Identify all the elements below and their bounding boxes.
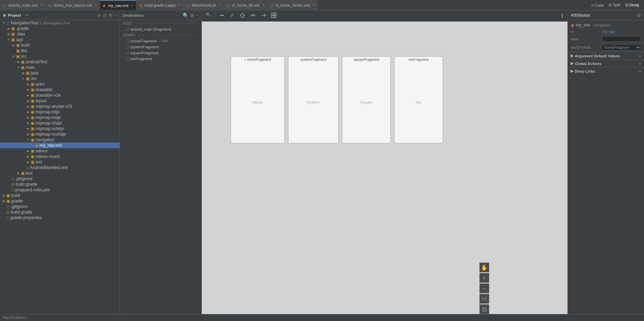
attr-startdest-select[interactable]: homeFragmen systemFragment squareFragmen… xyxy=(602,44,641,50)
canvas-toolbar-right: ℹ xyxy=(560,12,565,20)
zoom-in-btn[interactable]: + xyxy=(479,273,489,283)
dest-item-square-fragment[interactable]: ▢ squareFragment xyxy=(120,50,201,56)
close-tab-icon[interactable]: × xyxy=(40,3,42,7)
tree-item-java[interactable]: ▶ ▣ java xyxy=(0,70,120,76)
tree-item-mipmap-xxxhdpi[interactable]: ▶ ▣ mipmap-xxxhdpi xyxy=(0,131,120,137)
fragment-system-content: System xyxy=(288,63,338,142)
tree-item-build-app[interactable]: ▶ ▣ build xyxy=(0,42,120,48)
dest-item-activity-main[interactable]: ▢ activity_main (fragment) xyxy=(120,26,201,32)
tree-item-gradle-properties[interactable]: ◻ gradle.properties xyxy=(0,215,120,220)
gradle-icon: ◎ xyxy=(11,182,15,187)
home-btn[interactable] xyxy=(238,12,247,20)
minimize-icon[interactable]: − xyxy=(196,13,199,18)
tree-item-build-gradle-root[interactable]: ◎ build.gradle xyxy=(0,182,120,187)
nav-canvas[interactable]: ⌂ homeFragment Home systemFragment xyxy=(202,22,567,321)
tab-activity-main[interactable]: ◻ activity_main.xml × xyxy=(0,0,46,10)
tree-item-test[interactable]: ▶ ▣ test xyxy=(0,170,120,176)
tree-item-gradle[interactable]: ▶ ▣ .gradle xyxy=(0,26,120,31)
link-btn[interactable] xyxy=(249,12,257,20)
tab-my-nav[interactable]: ◈ my_nav.xml × xyxy=(100,0,136,10)
tree-item-android-manifest[interactable]: ◻ AndroidManifest.xml xyxy=(0,165,120,170)
close-tab-icon[interactable]: × xyxy=(219,3,221,7)
tree-item-layout[interactable]: ▶ ▣ layout xyxy=(0,98,120,104)
close-tab-icon[interactable]: × xyxy=(312,3,315,7)
fragment-square[interactable]: squareFragment Square xyxy=(342,56,391,143)
attrs-settings-icon[interactable]: ⚙ xyxy=(637,13,641,18)
dest-item-me-fragment[interactable]: ▢ meFragment xyxy=(120,56,201,62)
tree-item-my-nav-xml[interactable]: ◈ my_nav.xml xyxy=(0,143,120,148)
tree-item-androidtest[interactable]: ▶ ▣ androidTest xyxy=(0,59,120,65)
project-dropdown-icon[interactable]: ▼ xyxy=(25,13,29,17)
tree-item-xml[interactable]: ▶ ▣ xml xyxy=(0,159,120,165)
tree-label: mipmap-xxxhdpi xyxy=(35,132,66,137)
close-tab-icon[interactable]: × xyxy=(131,3,133,7)
tree-item-NavigationTest[interactable]: ▼ ◻ NavigationTest E:\A\NavigationTest xyxy=(0,20,120,26)
tree-item-idea[interactable]: ▶ ▣ .idea xyxy=(0,31,120,37)
tree-item-anim[interactable]: ▶ ▣ anim xyxy=(0,81,120,87)
navigate-btn[interactable] xyxy=(259,12,268,20)
tab-ic-home-stroke[interactable]: ◻ ic_home_stroke.xml × xyxy=(268,0,318,10)
fragment-me[interactable]: meFragment Me xyxy=(394,56,443,143)
attr-label-input[interactable] xyxy=(602,36,641,42)
tab-home-icon-layout[interactable]: ◻ home_icon_layout.xml × xyxy=(46,0,100,10)
argument-default-values-section[interactable]: ▶ Argument Default Values + xyxy=(568,52,644,59)
sync-icon[interactable]: ⊕ xyxy=(97,13,101,18)
tree-item-mipmap-xxhdpi[interactable]: ▶ ▣ mipmap-xxhdpi xyxy=(0,126,120,131)
info-icon[interactable]: ℹ xyxy=(560,12,565,20)
tab-build-gradle-app[interactable]: ◎ build.gradle (:app) × xyxy=(136,0,184,10)
close-tab-icon[interactable]: × xyxy=(95,3,97,7)
tree-item-build-gradle-root2[interactable]: ◎ build.gradle xyxy=(0,209,120,215)
add-global-action-btn[interactable]: + xyxy=(639,62,641,66)
close-tab-icon[interactable]: × xyxy=(262,3,264,7)
add-destination-btn[interactable]: + xyxy=(205,12,213,20)
tree-item-mipmap-xhdpi[interactable]: ▶ ▣ mipmap-xhdpi xyxy=(0,120,120,126)
tab-main-activity-kt[interactable]: ◻ MainActivity.kt × xyxy=(183,0,224,10)
tree-item-proguard[interactable]: ◻ proguard-rules.pro xyxy=(0,187,120,193)
fragment-system[interactable]: systemFragment System xyxy=(288,56,339,143)
folder-icon: ▣ xyxy=(6,193,10,198)
tree-item-app[interactable]: ▼ ▣ app xyxy=(0,37,120,42)
tree-item-gitignore-app[interactable]: ◻ .gitignore xyxy=(0,176,120,182)
zoom-out-btn[interactable]: − xyxy=(479,283,489,293)
deep-links-section[interactable]: ▶ Deep Links + xyxy=(568,67,644,75)
tree-item-gradle-root[interactable]: ▶ ▣ gradle xyxy=(0,198,120,204)
zoom-frame-btn[interactable]: ⊡ xyxy=(479,304,489,314)
tree-item-build-root[interactable]: ▶ ▣ build xyxy=(0,193,120,198)
zoom-fit-btn[interactable]: 1:1 xyxy=(479,294,489,304)
hand-tool-btn[interactable]: ✋ xyxy=(479,263,489,272)
tree-item-values-round[interactable]: ▶ ▣ values-round xyxy=(0,154,120,159)
add-argument-btn[interactable]: + xyxy=(639,54,641,58)
tree-item-drawable-v24[interactable]: ▶ ▣ drawable-v24 xyxy=(0,93,120,98)
design-view-btn[interactable]: ⊡ Desig xyxy=(623,2,641,8)
dest-item-home-fragment[interactable]: ▢ homeFragment - Start xyxy=(120,38,201,44)
tree-item-main[interactable]: ▼ ▣ main xyxy=(0,65,120,70)
tree-item-res[interactable]: ▼ ▣ res xyxy=(0,76,120,81)
code-view-btn[interactable]: ≡ Code xyxy=(589,2,606,8)
create-action-btn[interactable] xyxy=(217,12,226,20)
deep-link-btn[interactable] xyxy=(228,12,236,20)
tree-label: .gitignore xyxy=(15,176,32,181)
fragment-home[interactable]: ⌂ homeFragment Home xyxy=(231,56,285,143)
collapse-all-icon[interactable]: ⊟ xyxy=(103,13,106,18)
arrange-btn[interactable] xyxy=(270,12,278,20)
folder-icon: ▣ xyxy=(16,43,20,48)
tree-item-navigation[interactable]: ▼ ▣ navigation xyxy=(0,137,120,143)
global-actions-section[interactable]: ▶ Global Actions + xyxy=(568,59,644,67)
tree-item-gitignore-root[interactable]: ◻ .gitignore xyxy=(0,204,120,209)
tree-item-values[interactable]: ▶ ▣ values xyxy=(0,148,120,154)
close-tab-icon[interactable]: × xyxy=(178,3,180,7)
search-icon[interactable]: 🔍 xyxy=(183,13,189,18)
dest-item-system-fragment[interactable]: ▢ systemFragment xyxy=(120,44,201,50)
split-view-btn[interactable]: ⊟ Split xyxy=(606,2,622,8)
settings-icon[interactable]: ⚙ xyxy=(109,13,112,18)
tree-item-src[interactable]: ▼ ▣ src xyxy=(0,54,120,59)
tree-item-libs[interactable]: ▣ libs xyxy=(0,48,120,54)
minimize-icon[interactable]: − xyxy=(114,13,117,18)
tree-item-drawable[interactable]: ▶ ▣ drawable xyxy=(0,87,120,93)
tree-item-mipmap-hdpi[interactable]: ▶ ▣ mipmap-hdpi xyxy=(0,109,120,115)
add-deep-link-btn[interactable]: + xyxy=(639,69,641,73)
tree-item-mipmap-mdpi[interactable]: ▶ ▣ mipmap-mdpi xyxy=(0,115,120,120)
tree-item-mipmap-anydpi[interactable]: ▶ ▣ mipmap-anydpi-v26 xyxy=(0,104,120,109)
tab-ic-home-fill[interactable]: ◻ ic_home_fill.xml × xyxy=(224,0,267,10)
settings-icon[interactable]: ⚙ xyxy=(190,13,194,18)
